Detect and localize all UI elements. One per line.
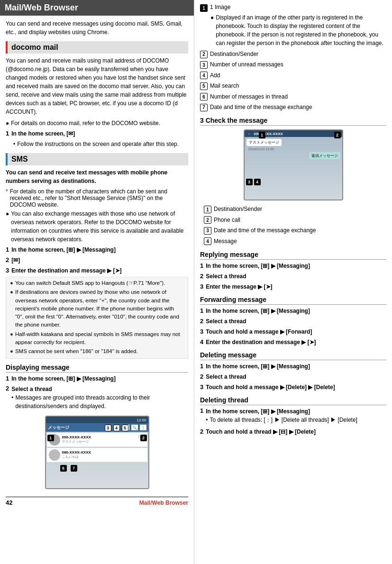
- r-step1: 1 In the home screen, [⊞] ▶ [Messaging]: [200, 262, 386, 270]
- badge-4: 4: [200, 72, 208, 79]
- displaying-section-header: Displaying message: [6, 364, 188, 373]
- check-screenshot: ← 090-XXXX-XXXX 📞 テストメッセージ 2014/01/15 14…: [200, 129, 386, 200]
- badge-2: 2: [200, 51, 208, 58]
- dm-step2: 2 Select a thread: [200, 373, 386, 381]
- check-annotations: 1 Destination/Sender 2 Phone call 3 Date…: [204, 204, 386, 246]
- forwarding-section: Forwarding message: [200, 296, 386, 305]
- f-step3: 3 Touch and hold a message ▶ [Forward]: [200, 327, 386, 336]
- sms-step3: 3 Enter the destination and message ▶ [➤…: [6, 266, 188, 275]
- f-step1: 1 In the home screen, [⊞] ▶ [Messaging]: [200, 307, 386, 315]
- annot-image-header: 1 1 Image: [200, 4, 386, 12]
- badge-1: 1: [200, 4, 208, 12]
- sms-note2: ● You can also exchange messages with th…: [6, 209, 188, 244]
- check-message-section: 3 Check the message: [200, 117, 386, 126]
- img-badge-1: 1: [47, 435, 54, 441]
- bullet-icon: ●: [6, 119, 9, 127]
- dm-step3: 3 Touch and hold a message ▶ [Delete] ▶ …: [200, 383, 386, 391]
- badge-7: 7: [200, 104, 208, 111]
- annot-5: 5 Mail search: [200, 81, 386, 91]
- section-docomo-mail: docomo mail: [6, 41, 188, 54]
- sms-step2: 2 [✉]: [6, 256, 188, 264]
- annot-2: 2 Destination/Sender: [200, 49, 386, 59]
- check-annot-4: 4: [204, 237, 211, 245]
- dm-step1: 1 In the home screen, [⊞] ▶ [Messaging]: [200, 362, 386, 371]
- sms-note-item-1: ● You can switch Default SMS app to Hang…: [10, 279, 184, 287]
- footer-section-name: Mail/Web Browser: [139, 500, 188, 506]
- r-step3: 3 Enter the message ▶ [➤]: [200, 282, 386, 291]
- disp-step1: 1 In the home screen, [⊞] ▶ [Messaging]: [6, 374, 188, 383]
- img-badge-6: 6: [60, 465, 67, 472]
- step1-sub: • Follow the instructions on the screen …: [13, 140, 188, 148]
- page-title: Mail/Web Browser: [0, 0, 194, 16]
- badge-6: 6: [200, 93, 208, 100]
- dt-step1: 1 In the home screen, [⊞] ▶ [Messaging] …: [200, 407, 386, 426]
- page-footer: 42 Mail/Web Browser: [6, 497, 188, 506]
- f-step2: 2 Select a thread: [200, 317, 386, 326]
- docomo-description: You can send and receive mails using mai…: [6, 56, 188, 116]
- annot-3: 3 Number of unread messages: [200, 60, 386, 69]
- sms-note1: * For details on the number of character…: [6, 188, 188, 208]
- deleting-msg-section: Deleting message: [200, 351, 386, 360]
- step-num: 1: [6, 130, 9, 137]
- docomo-step1: 1 In the home screen, [✉]: [6, 129, 188, 138]
- footer-page-num: 42: [6, 499, 12, 506]
- check-annot-1: 1: [204, 206, 211, 213]
- left-screenshot: 12:00 メッセージ ⊕ 🔍 ⋮: [6, 416, 188, 489]
- check-badge-2: 2: [334, 132, 341, 138]
- dt-step2: 2 Touch and hold a thread ▶ [⊟] ▶ [Delet…: [200, 428, 386, 436]
- docomo-note: ● For details on docomo mail, refer to t…: [6, 119, 188, 127]
- img-badge-5: 5: [122, 425, 128, 431]
- intro-text: You can send and receive messages using …: [6, 19, 188, 36]
- r-step2: 2 Select a thread: [200, 272, 386, 281]
- annot-4: 4 Add: [200, 71, 386, 80]
- check-badge-1: 1: [259, 132, 265, 138]
- section-sms: SMS: [6, 153, 188, 165]
- annot-6: 6 Number of messages in thread: [200, 92, 386, 101]
- img-badge-4: 4: [113, 425, 120, 431]
- img-badge-2: 2: [140, 435, 147, 441]
- deleting-thread-section: Deleting thread: [200, 396, 386, 405]
- check-annot-3: 3: [204, 227, 211, 235]
- step-text: In the home screen, [✉]: [11, 129, 75, 138]
- check-badge-3: 3: [246, 179, 253, 185]
- check-annot-2: 2: [204, 216, 211, 224]
- sms-step1: 1 In the home screen, [⊞] ▶ [Messaging]: [6, 246, 188, 254]
- sms-note-item-3: ● Half-width katakana and special symbol…: [10, 330, 184, 347]
- sms-notes-box: ● You can switch Default SMS app to Hang…: [6, 277, 188, 359]
- check-badge-4: 4: [254, 179, 261, 185]
- badge-5: 5: [200, 82, 208, 90]
- image-bullet-text: ● Displayed if an image of the other par…: [210, 13, 386, 47]
- sms-note-item-4: ● SMS cannot be sent when "186" or "184"…: [10, 347, 184, 355]
- annot-7: 7 Date and time of the message exchange: [200, 102, 386, 112]
- badge-3: 3: [200, 61, 208, 69]
- img-badge-3: 3: [105, 425, 111, 431]
- sms-note-item-2: ● If destinations are devices owned by t…: [10, 288, 184, 329]
- replying-section: Replying message: [200, 251, 386, 260]
- img-badge-7: 7: [71, 465, 77, 472]
- disp-step2: 2 Select a thread • Messages are grouped…: [6, 385, 188, 412]
- f-step4: 4 Enter the destination and message ▶ [➤…: [200, 338, 386, 346]
- sms-description: You can send and receive text messages w…: [6, 168, 188, 185]
